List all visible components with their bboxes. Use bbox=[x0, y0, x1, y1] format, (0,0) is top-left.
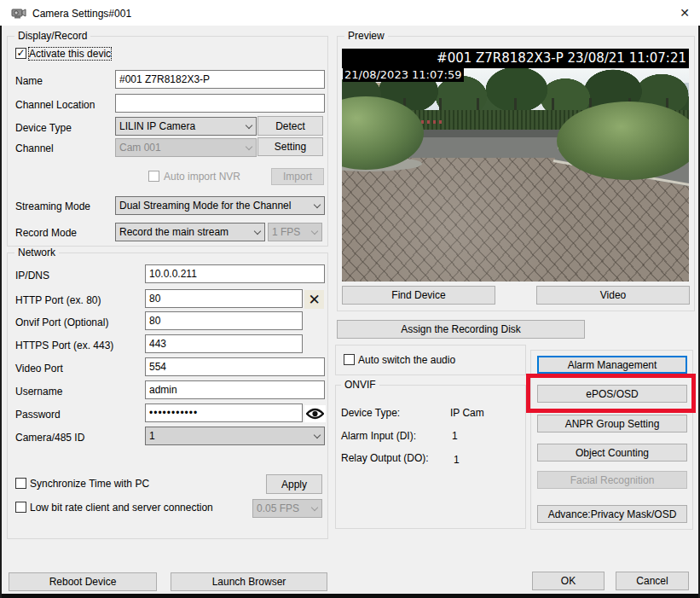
delete-x-icon[interactable]: ✕ bbox=[304, 290, 324, 309]
activate-device-label: Activate this devic bbox=[29, 48, 111, 60]
close-icon[interactable]: ✕ bbox=[674, 4, 696, 22]
find-device-button[interactable]: Find Device bbox=[342, 286, 495, 305]
window-title: Camera Settings#001 bbox=[32, 8, 131, 20]
video-port-input[interactable] bbox=[145, 357, 325, 376]
network-caption: Network bbox=[14, 247, 59, 258]
auto-import-nvr-checkbox bbox=[148, 171, 159, 182]
streaming-mode-select[interactable]: Dual Streaming Mode for the Channel bbox=[115, 196, 325, 215]
http-port-label: HTTP Port (ex. 80) bbox=[15, 294, 101, 306]
record-fps-select: 1 FPS bbox=[268, 223, 322, 241]
launch-browser-button[interactable]: Launch Browser bbox=[171, 572, 327, 591]
sync-time-label: Synchronize Time with PC bbox=[30, 478, 149, 490]
ok-button[interactable]: OK bbox=[532, 572, 605, 590]
ip-dns-input[interactable] bbox=[145, 264, 325, 283]
onvif-device-type-value: IP Cam bbox=[450, 407, 484, 419]
apply-button[interactable]: Apply bbox=[266, 474, 322, 494]
chevron-down-icon bbox=[246, 123, 252, 130]
low-bitrate-label: Low bit rate client and server connectio… bbox=[30, 502, 213, 514]
channel-location-label: Channel Location bbox=[15, 99, 95, 111]
sync-time-checkbox[interactable] bbox=[15, 478, 26, 489]
epos-osd-button[interactable]: ePOS/OSD bbox=[537, 385, 687, 403]
ip-dns-label: IP/DNS bbox=[15, 270, 49, 282]
low-bitrate-fps-select: 0.05 FPS bbox=[252, 499, 322, 518]
name-input[interactable] bbox=[115, 70, 325, 89]
low-bitrate-checkbox[interactable] bbox=[15, 502, 26, 513]
name-label: Name bbox=[15, 75, 43, 87]
http-port-input[interactable] bbox=[145, 289, 303, 308]
advance-privacy-mask-button[interactable]: Advance:Privacy Mask/OSD bbox=[537, 505, 687, 523]
display-record-caption: Display/Record bbox=[14, 30, 90, 42]
auto-import-nvr-label: Auto import NVR bbox=[164, 171, 240, 183]
chevron-down-icon bbox=[314, 433, 321, 439]
chevron-down-icon bbox=[246, 144, 252, 151]
title-bar: Camera Settings#001 ✕ bbox=[0, 0, 700, 26]
camera-id-select[interactable]: 1 bbox=[145, 427, 325, 445]
object-counting-button[interactable]: Object Counting bbox=[537, 444, 687, 462]
onvif-device-type-label: Device Type: bbox=[341, 407, 400, 419]
password-input[interactable] bbox=[145, 404, 303, 422]
video-button[interactable]: Video bbox=[536, 286, 690, 305]
feature-buttons-panel bbox=[530, 350, 693, 530]
https-port-label: HTTPS Port (ex. 443) bbox=[15, 340, 113, 351]
osd-datetime: 21/08/2023 11:07:59 bbox=[343, 68, 464, 82]
onvif-relay-output-label: Relay Output (DO): bbox=[341, 452, 429, 464]
camera-preview-image: #001 Z7R8182X3-P 23/08/21 11:07:21 21/08… bbox=[342, 49, 689, 282]
channel-location-input[interactable] bbox=[115, 94, 325, 113]
device-type-label: Device Type bbox=[15, 122, 72, 134]
username-input[interactable] bbox=[145, 380, 325, 399]
camera-app-icon bbox=[10, 6, 27, 20]
chevron-down-icon bbox=[311, 229, 318, 235]
import-button: Import bbox=[271, 168, 324, 185]
chevron-down-icon bbox=[314, 202, 321, 209]
anpr-group-setting-button[interactable]: ANPR Group Setting bbox=[537, 415, 687, 433]
facial-recognition-button: Facial Recognition bbox=[537, 471, 687, 489]
camera-id-label: Camera/485 ID bbox=[15, 432, 84, 444]
onvif-port-label: Onvif Port (Optional) bbox=[15, 316, 108, 328]
channel-select: Cam 001 bbox=[115, 138, 257, 157]
activate-device-checkbox[interactable]: ✓ bbox=[15, 48, 26, 59]
auto-switch-audio-checkbox[interactable] bbox=[344, 354, 355, 365]
device-type-select[interactable]: LILIN IP Camera bbox=[115, 117, 257, 136]
onvif-alarm-input-value: 1 bbox=[452, 430, 458, 442]
onvif-caption: ONVIF bbox=[341, 379, 379, 391]
onvif-port-input[interactable] bbox=[145, 311, 303, 330]
detect-button[interactable]: Detect bbox=[257, 116, 323, 136]
onvif-relay-output-value: 1 bbox=[454, 454, 460, 466]
setting-button[interactable]: Setting bbox=[257, 137, 323, 156]
show-password-eye-icon[interactable] bbox=[304, 405, 326, 422]
channel-label: Channel bbox=[15, 142, 54, 154]
video-port-label: Video Port bbox=[15, 363, 63, 374]
cancel-button[interactable]: Cancel bbox=[616, 572, 689, 590]
onvif-alarm-input-label: Alarm Input (DI): bbox=[341, 430, 416, 442]
camera-settings-dialog: Camera Settings#001 ✕ Display/Record ✓ A… bbox=[0, 0, 700, 598]
chevron-down-icon bbox=[311, 505, 318, 512]
record-mode-label: Record Mode bbox=[15, 227, 77, 239]
reboot-device-button[interactable]: Reboot Device bbox=[9, 572, 157, 591]
https-port-input[interactable] bbox=[145, 334, 303, 353]
assign-recording-disk-button[interactable]: Assign the Recording Disk bbox=[337, 320, 585, 339]
record-mode-select[interactable]: Record the main stream bbox=[115, 223, 265, 241]
chevron-down-icon bbox=[254, 229, 261, 235]
streaming-mode-label: Streaming Mode bbox=[15, 200, 90, 212]
auto-switch-audio-label: Auto switch the audio bbox=[358, 354, 455, 366]
osd-camera-title: #001 Z7R8182X3-P 23/08/21 11:07:21 bbox=[342, 49, 689, 68]
username-label: Username bbox=[15, 386, 62, 398]
password-label: Password bbox=[15, 409, 61, 421]
alarm-management-button[interactable]: Alarm Management bbox=[537, 356, 687, 374]
preview-scene: #001 Z7R8182X3-P 23/08/21 11:07:21 21/08… bbox=[342, 49, 689, 282]
bush-right bbox=[557, 102, 689, 180]
preview-caption: Preview bbox=[344, 30, 388, 42]
